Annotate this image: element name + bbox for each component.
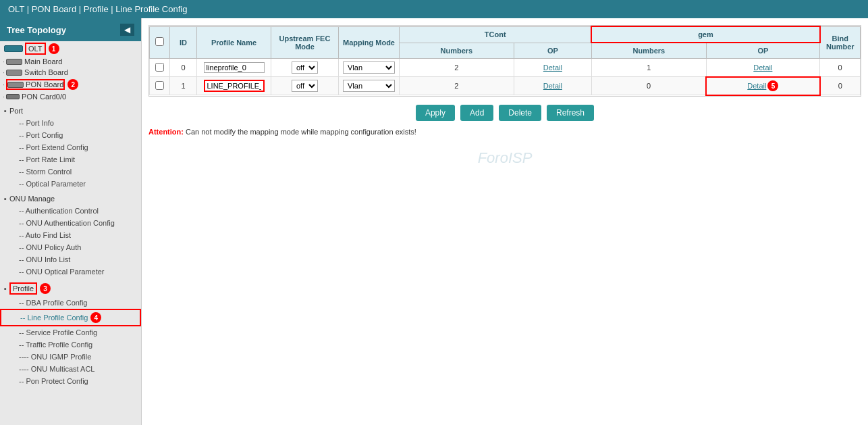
sidebar-item-line-profile-config[interactable]: -- Line Profile Config4 <box>0 309 141 326</box>
row-upstream-fec: offon <box>271 59 339 77</box>
th-id: ID <box>170 26 197 59</box>
pon-board-badge: 2 <box>67 79 78 90</box>
sidebar-item-pon-card[interactable]: · PON Card0/0 <box>0 91 141 102</box>
main-board-label: Main Board <box>24 57 62 66</box>
th-gem-op: OP <box>706 43 819 59</box>
port-expand-icon: ▪ <box>4 107 7 115</box>
olt-badge: 1 <box>49 43 59 54</box>
th-gem-numbers: Numbers <box>591 43 706 59</box>
badge-5: 5 <box>767 80 778 91</box>
apply-button[interactable]: Apply <box>416 105 455 121</box>
mapping-mode-select[interactable]: VlanGemTcontGem <box>343 80 395 92</box>
table-row: 0offonVlanGemTcontGem2Detail1Detail0 <box>150 59 861 77</box>
breadcrumb-bar: OLT | PON Board | Profile | Line Profile… <box>0 0 868 18</box>
action-buttons-row: Apply Add Delete Refresh <box>148 105 861 121</box>
profile-table-container: ID Profile Name Upstream FEC Mode Mappin… <box>148 25 861 97</box>
sidebar-item-onu-optical-param[interactable]: -- ONU Optical Parameter <box>0 266 141 278</box>
sidebar-item-dba-profile-config[interactable]: -- DBA Profile Config <box>0 297 141 309</box>
th-checkbox <box>150 26 170 59</box>
row-gem-numbers: 0 <box>591 77 706 95</box>
watermark-text: ForoISP <box>148 149 861 167</box>
profile-section-header: ▪ Profile 3 <box>0 280 141 297</box>
row-bind-number: 0 <box>820 77 861 95</box>
sidebar-item-onu-info-list[interactable]: -- ONU Info List <box>0 253 141 266</box>
sidebar-item-storm-control[interactable]: -- Storm Control <box>0 166 141 178</box>
th-upstream-fec: Upstream FEC Mode <box>271 26 339 59</box>
tcont-detail-link[interactable]: Detail <box>543 82 562 90</box>
row-tcont-op[interactable]: Detail <box>514 59 591 77</box>
profile-section-label[interactable]: Profile <box>9 282 37 295</box>
upstream-fec-select[interactable]: offon <box>292 61 318 74</box>
sidebar-item-port-info[interactable]: -- Port Info <box>0 117 141 129</box>
pon-card-icon <box>6 94 20 99</box>
row-gem-op[interactable]: Detail <box>706 59 819 77</box>
row-tcont-numbers: 2 <box>400 77 514 95</box>
row-checkbox-cell <box>150 77 170 95</box>
row-tcont-numbers: 2 <box>400 59 514 77</box>
th-tcont-numbers: Numbers <box>400 43 514 59</box>
sidebar-item-onu-policy-auth[interactable]: -- ONU Policy Auth <box>0 241 141 253</box>
pon-board-icon <box>7 82 24 88</box>
pon-card-label: PON Card0/0 <box>22 93 66 101</box>
attention-message: Can not modify the mapping mode while ma… <box>186 128 416 136</box>
sidebar-item-pon-protect-config[interactable]: -- Pon Protect Config <box>0 375 141 387</box>
sidebar-item-pon-board[interactable]: · PON Board 2 <box>0 78 141 91</box>
tcont-detail-link[interactable]: Detail <box>543 64 562 72</box>
profile-expand-icon: ▪ <box>4 284 7 293</box>
row-checkbox[interactable] <box>155 63 164 72</box>
olt-label[interactable]: OLT <box>25 43 46 55</box>
row-id: 1 <box>170 77 197 95</box>
sidebar-item-onu-multicast-acl[interactable]: ---- ONU Multicast ACL <box>0 363 141 375</box>
profile-name-input[interactable] <box>204 80 265 92</box>
onu-section-label: ONU Manage <box>9 195 55 203</box>
row-profile-name <box>197 59 271 77</box>
row-tcont-op[interactable]: Detail <box>514 77 591 95</box>
sidebar-item-auth-control[interactable]: -- Authentication Control <box>0 205 141 217</box>
th-tcont-op: OP <box>514 43 591 59</box>
row-id: 0 <box>170 59 197 77</box>
sidebar-item-onu-auth-config[interactable]: -- ONU Authentication Config <box>0 217 141 229</box>
gem-detail-link[interactable]: Detail <box>747 82 766 90</box>
add-button[interactable]: Add <box>460 105 493 121</box>
sidebar-item-port-rate-limit[interactable]: -- Port Rate Limit <box>0 153 141 166</box>
select-all-checkbox[interactable] <box>155 37 164 46</box>
mapping-mode-select[interactable]: VlanGemTcontGem <box>343 61 395 74</box>
line-profile-badge: 4 <box>90 312 101 323</box>
sidebar-item-traffic-profile-config[interactable]: -- Traffic Profile Config <box>0 339 141 351</box>
port-section-label: Port <box>9 107 23 115</box>
row-checkbox[interactable] <box>155 81 164 90</box>
sidebar-item-switch-board[interactable]: · Switch Board <box>0 67 141 78</box>
sidebar-item-main-board[interactable]: · Main Board <box>0 56 141 67</box>
refresh-button[interactable]: Refresh <box>547 105 594 121</box>
profile-table: ID Profile Name Upstream FEC Mode Mappin… <box>149 26 861 96</box>
switch-board-icon <box>6 70 22 76</box>
sidebar-item-auto-find-list[interactable]: -- Auto Find List <box>0 229 141 241</box>
sidebar-item-port-config[interactable]: -- Port Config <box>0 129 141 141</box>
delete-button[interactable]: Delete <box>499 105 541 121</box>
sidebar-item-olt[interactable]: OLT 1 <box>0 41 141 56</box>
sidebar-title-text: Tree Topology <box>7 25 66 35</box>
th-bind-number: Bind Number <box>820 26 861 59</box>
attention-prefix: Attention: <box>148 128 184 136</box>
sidebar-item-port-extend-config[interactable]: -- Port Extend Config <box>0 141 141 153</box>
th-profile-name: Profile Name <box>197 26 271 59</box>
sidebar-item-service-profile-config[interactable]: -- Service Profile Config <box>0 326 141 339</box>
profile-name-input[interactable] <box>204 62 265 73</box>
profile-badge: 3 <box>40 283 51 294</box>
row-gem-op[interactable]: Detail5 <box>706 77 819 95</box>
gem-detail-link[interactable]: Detail <box>753 64 772 72</box>
sidebar-item-optical-parameter[interactable]: -- Optical Parameter <box>0 178 141 190</box>
attention-bar: Attention: Can not modify the mapping mo… <box>148 128 861 136</box>
sidebar-toggle-button[interactable]: ◀ <box>120 24 134 36</box>
port-section-header: ▪ Port <box>0 105 141 117</box>
upstream-fec-select[interactable]: offon <box>292 80 318 92</box>
row-bind-number: 0 <box>820 59 861 77</box>
main-board-icon <box>6 59 22 65</box>
th-tcont-group: TCont <box>400 26 592 43</box>
sidebar-item-onu-igmp-profile[interactable]: ---- ONU IGMP Profile <box>0 351 141 363</box>
olt-icon <box>4 45 23 52</box>
th-gem-group: gem <box>591 26 819 43</box>
switch-board-label: Switch Board <box>24 68 68 76</box>
row-upstream-fec: offon <box>271 77 339 95</box>
row-profile-name <box>197 77 271 95</box>
